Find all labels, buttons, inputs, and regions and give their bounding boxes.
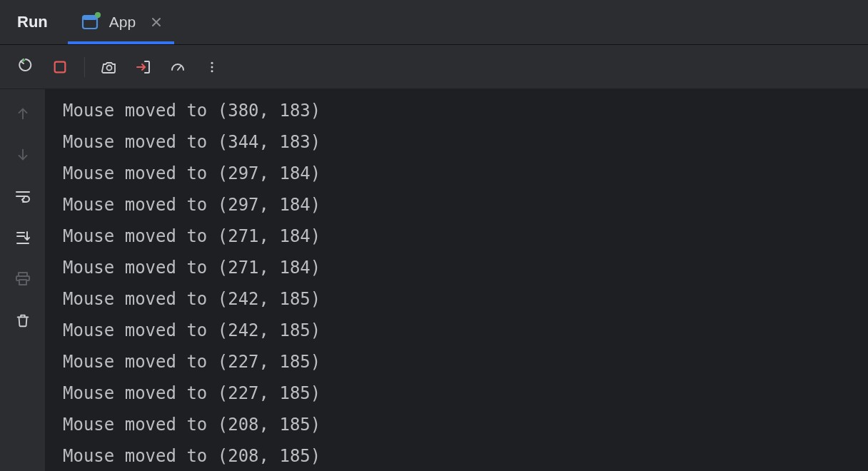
soft-wrap-icon[interactable] [11, 185, 34, 208]
snapshot-button[interactable] [94, 51, 125, 83]
console-gutter [0, 89, 46, 471]
down-arrow-icon[interactable] [11, 143, 34, 166]
console-output[interactable]: Mouse moved to (380, 183) Mouse moved to… [46, 89, 868, 471]
svg-point-5 [211, 61, 213, 64]
tool-window-title: Run [0, 0, 68, 44]
tab-app[interactable]: App [68, 0, 174, 44]
stop-button[interactable] [44, 51, 76, 83]
print-icon[interactable] [11, 268, 34, 290]
tab-label: App [109, 14, 136, 31]
run-tabstrip: Run App [0, 0, 868, 45]
rerun-button[interactable] [10, 51, 41, 83]
toolbar-separator [84, 57, 85, 77]
up-arrow-icon[interactable] [11, 102, 34, 125]
more-actions-button[interactable] [196, 51, 228, 83]
svg-point-6 [211, 66, 213, 68]
app-running-icon [81, 12, 101, 32]
scroll-to-end-icon[interactable] [11, 226, 34, 249]
run-toolbar [0, 45, 868, 89]
svg-point-4 [107, 65, 112, 70]
svg-rect-1 [83, 16, 97, 20]
svg-rect-3 [55, 61, 66, 72]
profiler-button[interactable] [162, 51, 193, 83]
close-icon[interactable] [151, 17, 161, 27]
svg-point-7 [211, 70, 213, 72]
svg-rect-9 [19, 280, 26, 285]
exit-button[interactable] [128, 51, 159, 83]
clear-all-icon[interactable] [11, 309, 34, 332]
